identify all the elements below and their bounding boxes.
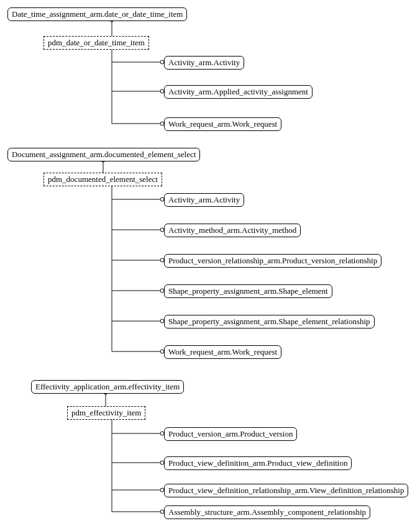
child-node: Work_request_arm.Work_request [164,117,281,131]
child-node: Activity_arm.Activity [164,193,244,207]
sub-node: pdm_documented_element_select [43,173,162,186]
sub-node: pdm_date_or_date_time_item [43,36,149,50]
child-node: Shape_property_assignment_arm.Shape_elem… [164,315,375,328]
child-node: Activity_method_arm.Activity_method [164,224,301,237]
child-node: Product_view_definition_relationship_arm… [164,484,408,497]
child-node: Shape_property_assignment_arm.Shape_elem… [164,284,332,298]
child-node: Product_version_relationship_arm.Product… [164,254,381,268]
child-node: Activity_arm.Activity [164,56,244,70]
child-node: Activity_arm.Applied_activity_assignment [164,85,313,99]
child-node: Assembly_structure_arm.Assembly_componen… [164,505,370,519]
child-node: Work_request_arm.Work_request [164,345,281,359]
root-node: Effectivity_application_arm.effectivity_… [31,380,184,394]
child-node: Product_view_definition_arm.Product_view… [164,456,352,470]
child-node: Product_version_arm.Product_version [164,427,297,441]
sub-node: pdm_effectivity_item [67,406,145,420]
root-node: Document_assignment_arm.documented_eleme… [7,148,200,161]
root-node: Date_time_assignment_arm.date_or_date_ti… [7,7,187,21]
